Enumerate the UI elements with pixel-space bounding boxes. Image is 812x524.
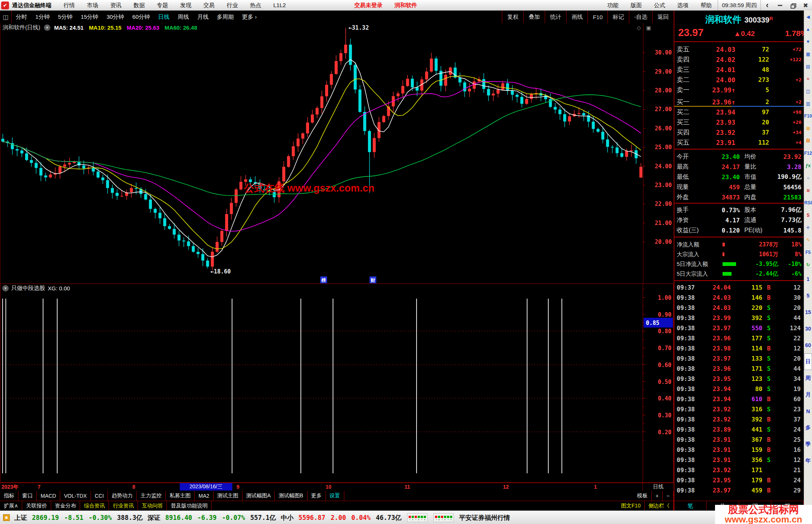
tab-测试幅图A[interactable]: 测试幅图A <box>242 491 275 501</box>
tab-主力监控[interactable]: 主力监控 <box>137 491 166 501</box>
toolbar-button-画线[interactable]: 画线 <box>566 11 588 23</box>
tick-row[interactable]: 09:3823.95179B24 <box>674 475 804 485</box>
kline-panel-icon[interactable]: ◫ <box>804 85 812 97</box>
nav-back-button[interactable]: ‹ <box>761 0 774 11</box>
tick-tab-笔[interactable]: 笔 <box>674 501 707 511</box>
reload-icon[interactable]: ↻ <box>804 258 812 271</box>
sub-indicator-pane[interactable]: ▼ 只做中段选股 XG: 0.00 1.000.900.800.700.600.… <box>0 284 674 483</box>
period-tab-更多 ›[interactable]: 更多 › <box>238 14 261 21</box>
period-tab-5分钟[interactable]: 5分钟 <box>54 14 76 21</box>
menu-item-交易[interactable]: 交易 <box>197 2 221 9</box>
ask-row[interactable]: 卖五24.0372+72 <box>674 44 804 54</box>
toolbar-button-叠加[interactable]: 叠加 <box>523 11 545 23</box>
report-grid-icon[interactable]: ▦ <box>804 48 812 60</box>
toolbar-button-F10[interactable]: F10 <box>588 11 607 23</box>
move-cross-icon[interactable]: ✛ <box>804 221 812 234</box>
tick-row[interactable]: 09:3823.94610B60 <box>674 394 804 404</box>
menu-item-资讯[interactable]: 资讯 <box>104 2 127 9</box>
menu-item-发现[interactable]: 发现 <box>174 2 197 9</box>
menu-item-选项[interactable]: 选项 <box>671 2 694 9</box>
menu-item-帮助[interactable]: 帮助 <box>694 2 718 9</box>
tick-row[interactable]: 09:3823.98114B12 <box>674 343 804 353</box>
tab-资金分布[interactable]: 资金分布 <box>51 501 80 510</box>
trade-login-status[interactable]: 交易未登录 <box>348 2 388 9</box>
tab-CCI[interactable]: CCI <box>91 491 108 501</box>
ask-row[interactable]: 卖一23.99↑5 <box>674 85 804 95</box>
strip-period-N[interactable]: N <box>804 403 812 420</box>
toolbar-button-标记[interactable]: 标记 <box>607 11 629 23</box>
tab-行业资讯[interactable]: 行业资讯 <box>109 501 138 510</box>
menu-item-行业[interactable]: 行业 <box>221 2 244 9</box>
candlestick-chart[interactable]: 30.0029.0028.0027.0026.0025.0024.0023.00… <box>0 23 674 284</box>
quote-list-icon[interactable]: ▤ <box>804 60 812 72</box>
current-stock-shortcut[interactable]: 润和软件 <box>388 2 423 9</box>
f10-info-icon[interactable]: F10 <box>804 110 812 122</box>
tab-−[interactable]: − <box>663 491 674 501</box>
strip-period-30[interactable]: 30 <box>804 320 812 337</box>
menu-item-行情[interactable]: 行情 <box>58 2 81 9</box>
tick-row[interactable]: 09:3824.03146B30 <box>674 293 804 303</box>
strip-period-5[interactable]: 5 <box>804 287 812 304</box>
news-pages-icon[interactable]: ▥ <box>804 97 812 110</box>
period-tab-1分钟[interactable]: 1分钟 <box>31 14 54 21</box>
tab-模板[interactable]: 模板 <box>633 491 652 501</box>
page-up-icon[interactable]: ▲ <box>804 23 812 35</box>
menu-item-版面[interactable]: 版面 <box>624 2 648 9</box>
strip-period-年[interactable]: 年 <box>804 453 812 469</box>
layout-toggle-icon[interactable]: ◫ <box>0 11 12 23</box>
tab-设置[interactable]: 设置 <box>326 491 344 501</box>
main-chart-pane[interactable]: 润和软件(日线) ▼ MA5: 24.51MA10: 25.15MA20: 25… <box>0 23 674 284</box>
radar-icon[interactable]: ○ <box>804 172 812 184</box>
wave-indicator-icon[interactable]: ≋ <box>804 184 812 196</box>
tab-互动问答[interactable]: 互动问答 <box>138 501 167 510</box>
toolbar-button-统计[interactable]: 统计 <box>545 11 566 23</box>
formula-icon[interactable]: ƒx <box>804 159 812 172</box>
f12-trade-icon[interactable]: F12 <box>804 147 812 159</box>
tick-row[interactable]: 09:3823.97133S20 <box>674 353 804 364</box>
tab-趋势动力[interactable]: 趋势动力 <box>108 491 137 501</box>
period-tab-日线[interactable]: 日线 <box>154 14 174 21</box>
tick-row[interactable]: 09:3823.96177S22 <box>674 333 804 343</box>
period-tab-月线[interactable]: 月线 <box>193 14 213 21</box>
ask-row[interactable]: 卖二24.00273+2 <box>674 75 804 85</box>
tick-row[interactable]: 09:3823.91356S12 <box>674 455 804 465</box>
time-axis[interactable]: 2023年7891011121 2023/08/16/三 日线 <box>0 483 674 491</box>
status-market-icon[interactable] <box>3 514 10 521</box>
tab-窗口[interactable]: 窗口 <box>18 491 37 501</box>
strip-period-60[interactable]: 60 <box>804 337 812 353</box>
chart-corner-icon[interactable]: ▣ <box>646 25 651 31</box>
tab-私募主图[interactable]: 私募主图 <box>166 491 195 501</box>
tick-row[interactable]: 09:3823.92392B37 <box>674 414 804 424</box>
custom-watchlist-icon[interactable]: 自 <box>804 134 812 147</box>
ask-row[interactable]: 卖四24.02122+122 <box>674 54 804 65</box>
tab-更多[interactable]: 更多 <box>308 491 326 501</box>
tab-+[interactable]: + <box>652 491 663 501</box>
menu-item-市场[interactable]: 市场 <box>81 2 104 9</box>
toolbar-button--自选[interactable]: -自选 <box>629 11 652 23</box>
period-tab-15分钟[interactable]: 15分钟 <box>77 14 103 21</box>
bid-row[interactable]: 买一23.96↑2+2 <box>674 97 804 107</box>
tick-row[interactable]: 09:3823.95123S34 <box>674 374 804 384</box>
menu-item-L1L2[interactable]: L1L2 <box>267 2 292 9</box>
stock-name-header[interactable]: 润和软件300339R <box>674 14 804 26</box>
tick-row[interactable]: 09:3823.97550S124 <box>674 323 804 333</box>
period-tab-多周期[interactable]: 多周期 <box>213 14 238 21</box>
menu-item-数据[interactable]: 数据 <box>127 2 151 9</box>
restore-button[interactable] <box>786 0 799 11</box>
tick-row[interactable]: 09:3823.91367B25 <box>674 435 804 445</box>
strip-period-日[interactable]: 日 <box>804 353 812 370</box>
strip-period-季[interactable]: 季 <box>804 436 812 453</box>
period-tab-分时[interactable]: 分时 <box>12 14 31 21</box>
strip-period-15[interactable]: 15 <box>804 304 812 320</box>
tab-测试主图[interactable]: 测试主图 <box>214 491 242 501</box>
signal-s-icon[interactable]: S <box>804 209 812 221</box>
toolbar-button-复权[interactable]: 复权 <box>502 11 523 23</box>
trend-line-icon[interactable]: ≈ <box>804 72 812 85</box>
period-tab-60分钟[interactable]: 60分钟 <box>128 14 154 21</box>
menu-item-功能[interactable]: 功能 <box>601 2 624 9</box>
tab-MA2[interactable]: MA2 <box>195 491 214 501</box>
tick-row[interactable]: 09:3823.9480S19 <box>674 384 804 394</box>
period-tab-周线[interactable]: 周线 <box>174 14 193 21</box>
toolbar-button-返回[interactable]: 返回 <box>652 11 674 23</box>
f5-refresh-icon[interactable]: F5 <box>804 246 812 258</box>
